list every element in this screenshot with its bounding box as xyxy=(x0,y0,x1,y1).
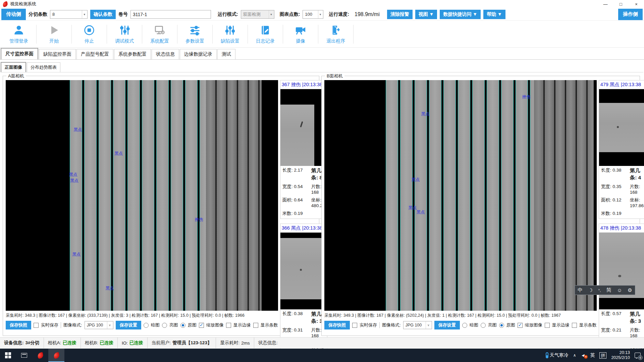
ime-mode-indicator[interactable]: 拼 xyxy=(599,352,606,359)
video-camera-icon xyxy=(295,24,306,37)
taskbar-clock[interactable]: 20:13 2025/2/10 xyxy=(611,350,630,360)
roll-number-input[interactable] xyxy=(130,10,211,19)
help-menu-button[interactable]: 帮助 ▼ xyxy=(483,10,505,19)
zoom-image-checkbox[interactable] xyxy=(199,323,204,328)
subtab-distribution-trend[interactable]: 分布趋势图表 xyxy=(27,62,60,72)
device-info: 设备信息: 3#分切 xyxy=(0,338,44,348)
zoom-image-checkbox[interactable] xyxy=(518,323,523,328)
log-record-button[interactable]: 日志记录 xyxy=(248,22,283,46)
defect-length: 长度: 2.17 xyxy=(282,167,311,181)
display-time-label: 显示耗时: xyxy=(220,340,239,346)
camera-b-image[interactable]: 挫伤黑点黑点黑点黑点 xyxy=(324,80,597,311)
save-snapshot-button[interactable]: 保存快照 xyxy=(6,321,31,329)
defect-card[interactable]: 479 黑点 |20:13:38 长度: 0.38 第几条: 4 宽度: 0.3… xyxy=(599,80,644,219)
save-settings-button[interactable]: 保存设置 xyxy=(116,321,141,329)
tab-test[interactable]: 测试 xyxy=(217,49,235,59)
save-snapshot-button[interactable]: 保存快照 xyxy=(324,321,350,329)
defect-card[interactable]: 367 挫伤 |20:13:38 长度: 2.17 第几条: 8 宽度: 0.5… xyxy=(280,80,327,219)
run-speed-label: 运行速度: xyxy=(329,11,349,17)
defect-settings-button[interactable]: 缺陷设置 xyxy=(213,22,248,46)
task-view-button[interactable] xyxy=(16,349,32,362)
data-quick-access-button[interactable]: 数据快捷访问 ▼ xyxy=(440,10,481,19)
exit-program-button[interactable]: 退出程序 xyxy=(318,22,353,46)
taskbar: 天气寒冷 ∧ ◄ ✕ 英 拼 20:13 2025/2/10 6 xyxy=(0,349,644,362)
taskbar-app-2-active[interactable] xyxy=(48,349,64,362)
show-edge-checkbox[interactable] xyxy=(226,323,231,328)
defect-thumbnail[interactable] xyxy=(280,89,327,166)
ime-settings-gear-icon[interactable]: ⚙ xyxy=(628,287,632,293)
confirm-count-button[interactable]: 确认条数 xyxy=(90,10,116,19)
action-center-button[interactable]: 6 xyxy=(635,353,641,358)
show-strip-count-label: 显示条数 xyxy=(579,322,597,328)
login-button[interactable]: 管理登录 xyxy=(1,22,36,46)
system-config-button[interactable]: 系统配置 xyxy=(142,22,177,46)
start-menu-button[interactable] xyxy=(0,349,16,362)
show-strip-count-checkbox[interactable] xyxy=(572,323,577,328)
language-indicator[interactable]: 英 xyxy=(590,352,595,358)
realtime-save-checkbox[interactable] xyxy=(352,323,357,328)
capture-button[interactable]: 摄像 xyxy=(283,22,318,46)
ime-simplified-indicator[interactable]: 简 xyxy=(606,287,611,293)
save-settings-button[interactable]: 保存设置 xyxy=(434,321,460,329)
camera-a-image[interactable]: 黑点黑点黑点黑点挫伤黑点黑点 xyxy=(6,80,278,311)
operation-side-button[interactable]: 操作侧 xyxy=(618,9,643,20)
subtab-front-image[interactable]: 正面图像 xyxy=(1,62,26,72)
start-button[interactable]: 开始 xyxy=(37,22,71,46)
weather-indicator[interactable]: 天气寒冷 xyxy=(546,352,569,358)
taskbar-app-1[interactable] xyxy=(32,349,48,362)
io-status: IO: 已连接 xyxy=(118,338,148,348)
camera-b-panel: B面相机 挫伤黑点黑点黑点黑点 采集耗时: 349.3 | 图像计数: 167 … xyxy=(321,76,640,336)
bright-image-radio[interactable] xyxy=(162,323,167,328)
maximize-button[interactable]: □ xyxy=(613,0,629,8)
tool-label: 调试模式 xyxy=(115,38,134,44)
defect-area: 面积: 0.64 xyxy=(282,197,311,208)
show-edge-label: 显示边缘 xyxy=(552,322,570,328)
tab-product-model-config[interactable]: 产品型号配置 xyxy=(76,49,113,59)
camera-b-title: B面相机 xyxy=(325,73,344,79)
chart-points-select[interactable]: 100 ▾ xyxy=(303,10,323,19)
tab-size-monitor[interactable]: 尺寸监控界面 xyxy=(1,48,38,59)
dark-image-label: 暗图 xyxy=(470,322,478,328)
stop-button[interactable]: 停止 xyxy=(72,22,107,46)
defect-meters: 米数: 0.19 xyxy=(282,210,311,217)
defect-thumbnail[interactable] xyxy=(599,89,644,166)
dark-image-radio[interactable] xyxy=(144,323,149,328)
close-button[interactable]: × xyxy=(629,0,644,8)
minimize-button[interactable]: — xyxy=(598,0,613,8)
volume-muted-icon[interactable]: ◄ ✕ xyxy=(581,353,586,358)
top-toolbar: 传动侧 分切条数 8 ▾ 确认条数 卷号 运行模式: 双面检测 ▾ 图表点数: … xyxy=(0,8,644,21)
tab-status-info[interactable]: 状态信息 xyxy=(152,49,179,59)
view-menu-button[interactable]: 视图 ▼ xyxy=(415,10,437,19)
bright-image-radio[interactable] xyxy=(481,323,486,328)
image-format-select[interactable]: JPG 100 ∨ xyxy=(403,321,432,329)
tool-label: 摄像 xyxy=(296,38,305,44)
debug-mode-button[interactable]: 调试模式 xyxy=(107,22,142,46)
show-edge-checkbox[interactable] xyxy=(545,323,550,328)
defect-thumbnail[interactable] xyxy=(280,232,327,309)
tab-defect-monitor[interactable]: 缺陷监控界面 xyxy=(39,49,76,59)
thermometer-icon xyxy=(546,352,548,358)
tab-edge-data-record[interactable]: 边缘数据记录 xyxy=(180,49,217,59)
original-image-radio[interactable] xyxy=(180,323,185,328)
io-status-value: 已连接 xyxy=(129,340,143,346)
tray-overflow-chevron[interactable]: ∧ xyxy=(573,353,576,358)
original-image-radio[interactable] xyxy=(499,323,504,328)
image-format-select[interactable]: JPG 100 ∨ xyxy=(85,321,113,329)
ime-lang-indicator[interactable]: 中 xyxy=(578,287,583,293)
run-mode-select[interactable]: 双面检测 ▾ xyxy=(241,10,274,19)
ime-punctuation-icon[interactable]: °, xyxy=(598,288,601,292)
tab-system-param-config[interactable]: 系统参数配置 xyxy=(114,49,151,59)
show-strip-count-checkbox[interactable] xyxy=(253,323,258,328)
ime-emoji-icon[interactable]: ☺ xyxy=(617,287,622,293)
ime-fullhalf-icon[interactable]: ☽ xyxy=(588,287,593,293)
dark-image-radio[interactable] xyxy=(462,323,467,328)
clear-alarm-button[interactable]: 清除报警 xyxy=(387,10,413,19)
device-info-label: 设备信息: xyxy=(4,340,24,346)
slit-count-select[interactable]: 8 ▾ xyxy=(50,10,88,19)
realtime-save-checkbox[interactable] xyxy=(34,323,39,328)
camera-a-defect-list: 367 挫伤 |20:13:38 长度: 2.17 第几条: 8 宽度: 0.5… xyxy=(280,80,327,333)
tool-label: 停止 xyxy=(85,38,94,44)
transmission-side-button[interactable]: 传动侧 xyxy=(1,9,26,20)
defect-thumbnail[interactable] xyxy=(599,232,644,309)
parameter-settings-button[interactable]: 参数设置 xyxy=(177,22,212,46)
